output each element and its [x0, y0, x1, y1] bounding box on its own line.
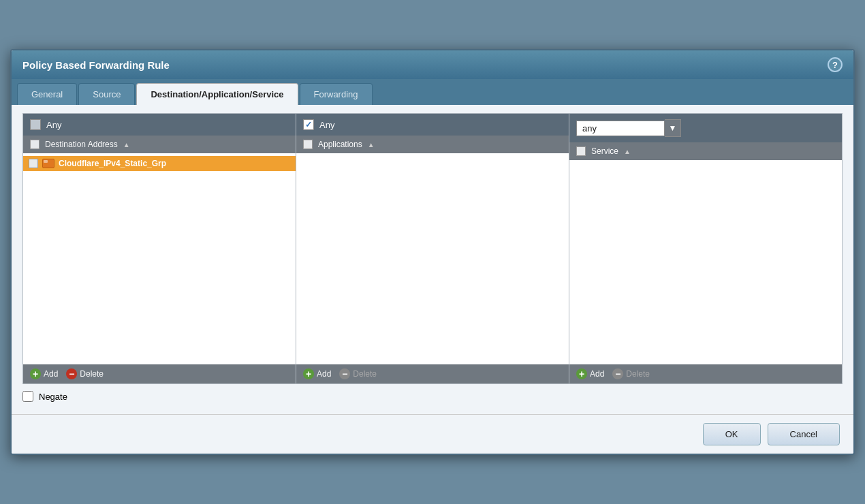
tab-general[interactable]: General	[17, 83, 77, 105]
applications-footer: + Add − Delete	[296, 364, 569, 383]
destination-item-icon	[42, 159, 54, 168]
service-col-label: Service	[591, 146, 618, 156]
cancel-button[interactable]: Cancel	[768, 423, 840, 445]
destination-list-body: Cloudflare_IPv4_Static_Grp	[23, 153, 296, 364]
destination-item-checkbox[interactable]	[29, 159, 38, 168]
destination-delete-button[interactable]: − Delete	[66, 368, 104, 379]
help-icon[interactable]: ?	[828, 57, 843, 72]
dialog-title: Policy Based Forwarding Rule	[22, 59, 170, 71]
list-item[interactable]: Cloudflare_IPv4_Static_Grp	[23, 156, 296, 171]
service-add-label: Add	[590, 369, 604, 379]
applications-column: Any Applications ▲ + Add − Delete	[296, 114, 569, 383]
destination-delete-label: Delete	[80, 369, 104, 379]
destination-add-icon: +	[30, 368, 41, 379]
service-add-button[interactable]: + Add	[576, 368, 604, 379]
destination-col-header: Destination Address ▲	[23, 136, 296, 153]
negate-row: Negate	[22, 384, 843, 406]
destination-footer: + Add − Delete	[23, 364, 296, 383]
negate-label: Negate	[39, 392, 67, 402]
applications-col-label: Applications	[318, 140, 362, 149]
service-delete-icon: −	[612, 368, 623, 379]
destination-any-header: Any	[23, 114, 296, 136]
applications-delete-icon: −	[339, 368, 350, 379]
applications-delete-button[interactable]: − Delete	[339, 368, 377, 379]
destination-column: Any Destination Address ▲ Cloudflare_IPv…	[23, 114, 296, 383]
applications-add-label: Add	[317, 369, 331, 379]
dialog: Policy Based Forwarding Rule ? General S…	[10, 49, 855, 455]
applications-any-checkbox[interactable]	[303, 119, 314, 130]
negate-checkbox[interactable]	[22, 391, 33, 402]
service-add-icon: +	[576, 368, 587, 379]
service-dropdown-input[interactable]	[576, 121, 665, 136]
tab-forwarding[interactable]: Forwarding	[300, 83, 373, 105]
destination-any-label: Any	[46, 120, 61, 130]
service-footer: + Add − Delete	[569, 364, 842, 383]
service-delete-label: Delete	[626, 369, 650, 379]
destination-col-select-all[interactable]	[30, 140, 40, 149]
tab-source[interactable]: Source	[78, 83, 135, 105]
service-column: ▼ Service ▲ + Add − Delete	[569, 114, 842, 383]
applications-add-button[interactable]: + Add	[303, 368, 331, 379]
service-list-body	[569, 160, 842, 364]
service-any-header: ▼	[569, 114, 842, 142]
applications-delete-label: Delete	[353, 369, 377, 379]
destination-sort-icon: ▲	[123, 141, 130, 148]
service-dropdown-arrow[interactable]: ▼	[665, 119, 681, 137]
destination-col-label: Destination Address	[45, 140, 118, 149]
service-col-select-all[interactable]	[576, 146, 586, 156]
service-delete-button[interactable]: − Delete	[612, 368, 650, 379]
service-col-header: Service ▲	[569, 142, 842, 160]
tabs: General Source Destination/Application/S…	[12, 79, 853, 105]
applications-col-header: Applications ▲	[296, 136, 569, 153]
destination-add-button[interactable]: + Add	[30, 368, 58, 379]
service-sort-icon: ▲	[624, 148, 631, 155]
applications-any-header: Any	[296, 114, 569, 136]
columns-wrapper: Any Destination Address ▲ Cloudflare_IPv…	[22, 113, 843, 384]
content-area: Any Destination Address ▲ Cloudflare_IPv…	[12, 105, 853, 414]
tab-destination[interactable]: Destination/Application/Service	[136, 83, 298, 105]
applications-list-body	[296, 153, 569, 364]
applications-sort-icon: ▲	[368, 141, 375, 148]
service-dropdown-wrapper: ▼	[576, 119, 681, 137]
ok-button[interactable]: OK	[703, 423, 761, 445]
destination-add-label: Add	[44, 369, 58, 379]
title-bar: Policy Based Forwarding Rule ?	[12, 50, 853, 79]
destination-any-checkbox[interactable]	[30, 119, 41, 130]
applications-any-label: Any	[319, 120, 334, 130]
destination-item-label: Cloudflare_IPv4_Static_Grp	[59, 159, 166, 168]
destination-delete-icon: −	[66, 368, 77, 379]
applications-col-select-all[interactable]	[303, 140, 313, 149]
bottom-bar: OK Cancel	[12, 414, 853, 454]
applications-add-icon: +	[303, 368, 314, 379]
